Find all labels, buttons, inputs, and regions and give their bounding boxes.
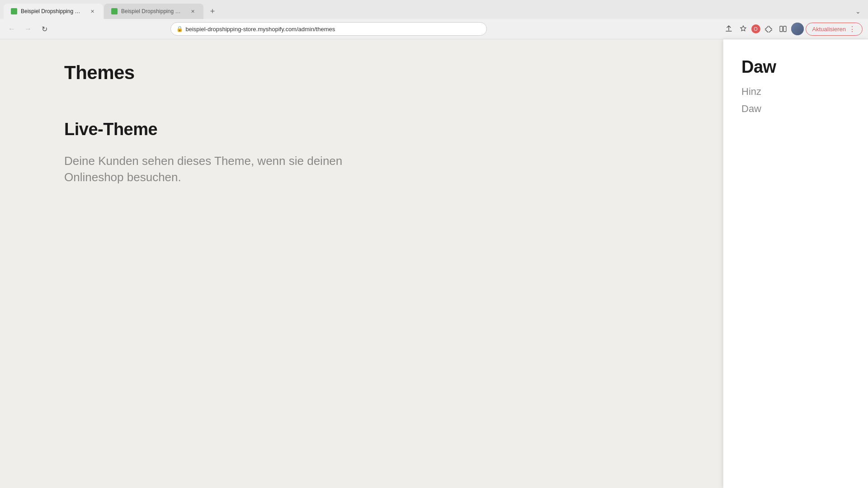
live-theme-description: Deine Kunden sehen dieses Theme, wenn si…: [64, 153, 381, 186]
tab-2-label: Beispiel Dropshipping Store: [121, 8, 184, 14]
main-wrapper: Themes Live-Theme Deine Kunden sehen die…: [0, 39, 868, 488]
right-panel-item-1: Hinz: [741, 86, 850, 98]
tab-1-label: Beispiel Dropshipping Store ·: [21, 8, 83, 14]
sidebar: [0, 39, 37, 488]
browser-chrome: Beispiel Dropshipping Store · ✕ Beispiel…: [0, 0, 868, 39]
opera-icon[interactable]: O: [751, 24, 760, 33]
tab-2-close[interactable]: ✕: [189, 8, 196, 15]
extensions-icon[interactable]: [762, 23, 775, 35]
right-panel-title: Daw: [741, 57, 850, 77]
svg-rect-0: [780, 26, 783, 32]
tab-1-favicon: [11, 8, 17, 14]
forward-button[interactable]: →: [22, 23, 34, 35]
update-button-label: Aktualisieren: [812, 26, 846, 33]
tab-1[interactable]: Beispiel Dropshipping Store · ✕: [4, 4, 103, 19]
update-button-dots: ⋮: [849, 25, 856, 33]
tab-bar: Beispiel Dropshipping Store · ✕ Beispiel…: [0, 0, 868, 19]
tab-end-actions: ⌄: [852, 5, 864, 18]
tab-2-favicon: [111, 8, 118, 14]
browser-actions: O Aktualisieren ⋮: [722, 23, 863, 36]
tab-2[interactable]: Beispiel Dropshipping Store ✕: [104, 4, 203, 19]
new-tab-button[interactable]: +: [206, 5, 219, 18]
profile-avatar: [791, 23, 804, 35]
update-button[interactable]: Aktualisieren ⋮: [806, 23, 863, 36]
tab-1-close[interactable]: ✕: [89, 8, 96, 15]
address-bar: ← → ↻ 🔒 beispiel-dropshipping-store.mysh…: [0, 19, 868, 39]
back-button[interactable]: ←: [5, 23, 18, 35]
right-panel-item-2: Daw: [741, 103, 850, 115]
right-panel: Daw Hinz Daw: [723, 39, 868, 488]
svg-rect-1: [783, 26, 786, 32]
bookmark-button[interactable]: [737, 23, 750, 35]
url-bar[interactable]: 🔒 beispiel-dropshipping-store.myshopify.…: [170, 22, 487, 36]
profile-button[interactable]: [791, 23, 804, 35]
share-button[interactable]: [722, 23, 735, 35]
tab-dropdown-button[interactable]: ⌄: [852, 5, 864, 18]
split-screen-icon[interactable]: [777, 23, 789, 35]
url-text: beispiel-dropshipping-store.myshopify.co…: [186, 26, 481, 33]
reload-button[interactable]: ↻: [38, 23, 51, 35]
url-lock-icon: 🔒: [176, 26, 183, 32]
